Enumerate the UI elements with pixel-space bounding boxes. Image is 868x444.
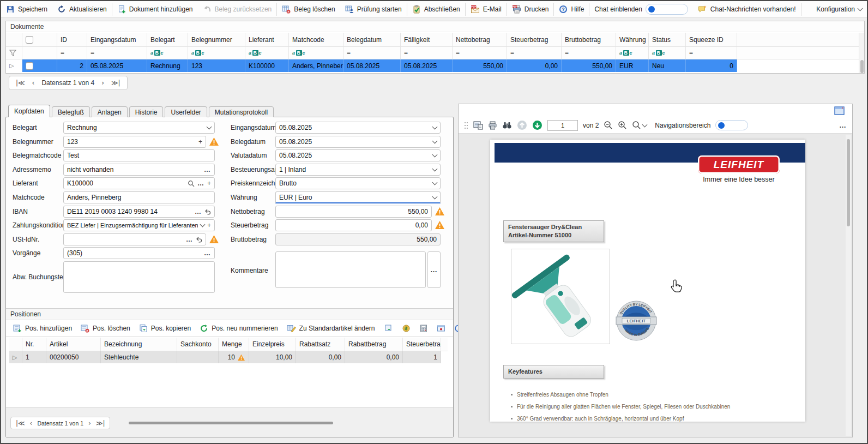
header-cell[interactable]: Lieferant (245, 33, 289, 46)
filter-cell[interactable]: = (686, 47, 737, 59)
select-all-checkbox[interactable] (26, 36, 33, 44)
iban-input[interactable]: DE11 2019 0003 1240 9980 14 … (63, 206, 215, 218)
last-record-button[interactable]: ≫| (96, 419, 105, 427)
tab-userfelder[interactable]: Userfelder (165, 106, 207, 117)
row-expand-cell[interactable]: ▷ (6, 59, 22, 72)
previous-record-button[interactable]: ‹ (32, 79, 35, 87)
cell-id[interactable]: 2 (57, 59, 87, 72)
print-page-button[interactable] (488, 121, 497, 130)
header-cell[interactable]: Bruttobetrag (562, 33, 616, 46)
tab-historie[interactable]: Historie (129, 106, 164, 117)
scrollbar-thumb[interactable] (847, 139, 850, 226)
lieferant-input[interactable]: K100000 … + (63, 177, 215, 189)
filter-cell[interactable]: aBc (245, 47, 289, 59)
cell-steuerbetrag[interactable]: 0,00 (507, 59, 562, 72)
undo-icon[interactable] (204, 209, 211, 215)
tab-anlagen[interactable]: Anlagen (92, 106, 128, 117)
save-button[interactable]: Speichern (1, 1, 52, 17)
header-cell[interactable]: Belegart (147, 33, 188, 46)
more-options-icon[interactable]: … (186, 236, 193, 243)
drag-handle-icon[interactable] (464, 122, 468, 129)
navigation-area-switch[interactable] (715, 120, 748, 130)
search-icon[interactable] (188, 180, 195, 187)
cell-squeeze-id[interactable]: 0 (686, 59, 737, 72)
add-document-button[interactable]: Dokument hinzufügen (112, 1, 198, 17)
chat-toggle-switch[interactable] (646, 4, 688, 15)
belegdatum-select[interactable]: 05.08.2025 (275, 136, 441, 148)
page-number-input[interactable]: 1 (547, 120, 578, 131)
configuration-menu[interactable]: Konfiguration (811, 1, 867, 17)
zahlungskondition-select[interactable]: BEZ Liefer | Einzugsermächtigung für Lie… (63, 219, 215, 231)
panel-maximize-button[interactable] (834, 106, 845, 115)
cell-belegart[interactable]: Rechnung (147, 59, 188, 72)
undo-icon[interactable] (196, 237, 202, 243)
next-record-button[interactable]: › (101, 79, 104, 87)
position-renumber-button[interactable]: Pos. neu nummerieren (196, 324, 281, 333)
header-cell[interactable]: Steuerbetrag (403, 338, 441, 351)
more-options-icon[interactable]: … (197, 180, 204, 187)
header-cell[interactable]: Status (649, 33, 686, 46)
cell-status[interactable]: Neu (649, 59, 686, 72)
header-cell-select[interactable] (22, 33, 57, 46)
filter-cell[interactable]: = (562, 47, 616, 59)
cell-rabattbetrag[interactable]: 0,00 (345, 351, 403, 363)
filter-cell[interactable] (6, 47, 22, 59)
header-cell[interactable]: Belegdatum (343, 33, 401, 46)
tab-kopfdaten[interactable]: Kopfdaten (8, 105, 50, 117)
add-icon[interactable]: + (207, 180, 211, 187)
first-record-button[interactable]: |≪ (16, 79, 25, 87)
help-button[interactable]: ? Hilfe (554, 1, 589, 17)
header-cell[interactable]: Belegnummer (188, 33, 245, 46)
cell-rabattsatz[interactable]: 0,00 (296, 351, 345, 363)
documents-scrollbar[interactable] (859, 33, 864, 73)
cell-nr[interactable]: 1 (22, 351, 46, 363)
previous-record-button[interactable]: ‹ (30, 419, 33, 427)
print-button[interactable]: PDF Drucken (507, 1, 554, 17)
header-cell[interactable]: Einzelpreis (249, 338, 296, 351)
header-cell[interactable]: Nettobetrag (453, 33, 507, 46)
filter-cell[interactable] (22, 47, 57, 59)
cell-menge[interactable]: 10 (219, 351, 249, 363)
email-button[interactable]: PDF E-Mail (466, 1, 507, 17)
position-copy-button[interactable]: Pos. kopieren (135, 324, 195, 333)
matchcode-input[interactable]: Anders, Pinneberg (63, 191, 215, 203)
start-check-button[interactable]: Prüfung starten (340, 1, 407, 17)
next-record-button[interactable]: › (88, 419, 91, 427)
header-cell[interactable]: Artikel (46, 338, 101, 351)
header-cell[interactable]: Rabattbetrag (345, 338, 403, 351)
cell-lieferant[interactable]: K100000 (245, 59, 289, 72)
cell-nettobetrag[interactable]: 550,00 (453, 59, 507, 72)
table-row[interactable]: ▷ 1 00200050 Stehleuchte 10 10,00 0,00 0… (9, 351, 448, 363)
more-options-icon[interactable]: … (195, 208, 202, 215)
header-cell[interactable]: ID (57, 33, 87, 46)
filter-cell[interactable]: = (507, 47, 562, 59)
header-cell[interactable]: Matchcode (289, 33, 343, 46)
position-paste-button[interactable] (381, 324, 397, 333)
cell-steuerbetrag[interactable]: 1 (403, 351, 441, 363)
filter-cell[interactable]: = (453, 47, 507, 59)
filter-cell[interactable]: aBc (147, 47, 188, 59)
change-to-standard-article-button[interactable]: Zu Standardartikel ändern (283, 324, 379, 333)
zoom-in-button[interactable] (618, 121, 627, 130)
header-cell[interactable]: Währung (616, 33, 649, 46)
header-cell[interactable]: Sachkonto (177, 338, 219, 351)
tab-belegfuss[interactable]: Belegfuß (52, 106, 90, 117)
filter-cell[interactable]: = (343, 47, 401, 59)
more-options-icon[interactable]: … (204, 166, 211, 173)
cell-faelligkeit[interactable]: 05.08.2025 (401, 59, 453, 72)
cell-eingangsdatum[interactable]: 05.08.2025 (87, 59, 147, 72)
header-cell[interactable]: Steuerbetrag (507, 33, 562, 46)
finish-button[interactable]: Abschließen (407, 1, 465, 17)
row-select-cell[interactable] (22, 59, 57, 72)
filter-cell[interactable]: aBc (616, 47, 649, 59)
row-expand-cell[interactable]: ▷ (9, 351, 22, 363)
filter-cell[interactable]: aBc (649, 47, 686, 59)
belegmatchcode-input[interactable]: Test (63, 149, 215, 161)
pdf-page[interactable]: LEIFHEIT Immer eine Idee besser Fensters… (490, 140, 805, 422)
first-record-button[interactable]: |≪ (16, 419, 25, 427)
viewer-more-button[interactable]: … (839, 121, 847, 129)
zoom-out-button[interactable] (604, 121, 613, 130)
header-cell[interactable]: Nr. (22, 338, 46, 351)
header-cell[interactable]: Fälligkeit (401, 33, 453, 46)
cell-belegnummer[interactable]: 123 (188, 59, 245, 72)
